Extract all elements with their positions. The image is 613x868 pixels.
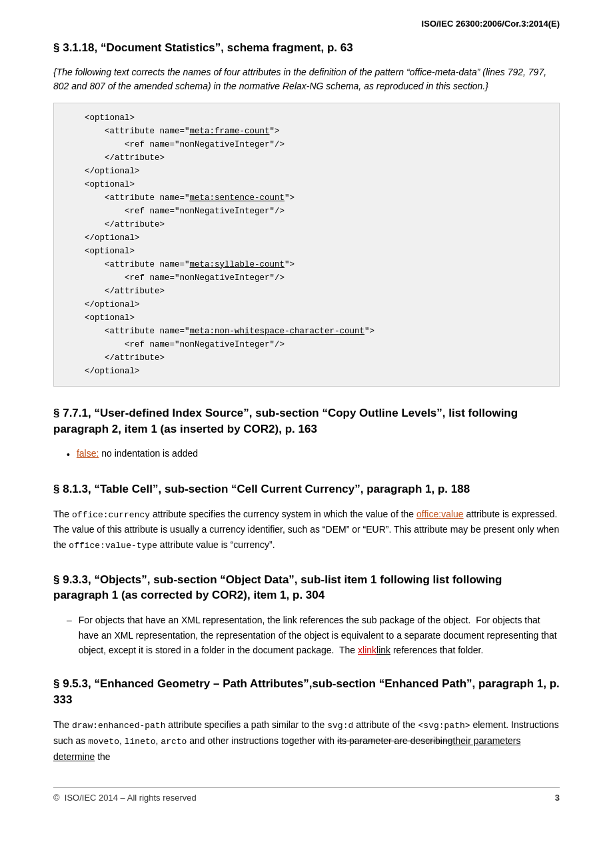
953-mid1: attribute specifies a path similar to th… (165, 719, 327, 730)
section-771-heading: § 7.7.1, “User-defined Index Source”, su… (53, 405, 560, 437)
953-sep1: , (119, 735, 125, 746)
svg-path-code: <svg:path> (418, 721, 470, 731)
footer-page-number: 3 (555, 793, 560, 803)
link-link[interactable]: link (376, 645, 390, 655)
meta-sentence-count-link[interactable]: meta:sentence-count (190, 193, 285, 203)
strikethrough-text: its parameter are describing (337, 735, 453, 746)
bullet-continuation: no indentation is added (99, 448, 198, 459)
section-933-heading: § 9.3.3, “Objects”, sub-section “Object … (53, 572, 560, 604)
section-3118-heading: § 3.1.18, “Document Statistics”, schema … (53, 40, 560, 56)
draw-enhanced-path-code: draw:enhanced-path (72, 721, 165, 731)
dash-end: references that folder. (390, 645, 483, 655)
section-813-para: The office:currency attribute specifies … (53, 507, 560, 553)
page: ISO/IEC 26300:2006/Cor.3:2014(E) § 3.1.1… (0, 0, 613, 823)
section-3118: § 3.1.18, “Document Statistics”, schema … (53, 40, 560, 387)
953-end: the (95, 751, 110, 762)
header-label: ISO/IEC 26300:2006/Cor.3:2014(E) (422, 19, 560, 29)
dash-item-1: – For objects that have an XML represent… (67, 613, 560, 657)
section-953-para: The draw:enhanced-path attribute specifi… (53, 717, 560, 764)
page-footer: © ISO/IEC 2014 – All rights reserved 3 (53, 787, 560, 803)
para-end: attribute value is “currency”. (157, 539, 275, 550)
dash-pre: For objects that have an XML representat… (79, 615, 557, 655)
meta-syllable-count-link[interactable]: meta:syllable-count (190, 260, 285, 269)
953-mid4: and other instructions together with (187, 735, 337, 746)
section-953: § 9.5.3, “Enhanced Geometry – Path Attri… (53, 676, 560, 764)
bullet-item-text: false: no indentation is added (77, 446, 198, 461)
dash-item-text: For objects that have an XML representat… (79, 613, 560, 657)
meta-frame-count-link[interactable]: meta:frame-count (190, 127, 270, 136)
section-933: § 9.3.3, “Objects”, sub-section “Object … (53, 572, 560, 658)
para-pre1: The (53, 509, 72, 519)
section-813-heading: § 8.1.3, “Table Cell”, sub-section “Cell… (53, 481, 560, 497)
953-mid2: attribute of the (353, 719, 418, 730)
dash-char: – (67, 613, 72, 627)
xlink-link[interactable]: xlink (358, 645, 376, 655)
bullet-item-1: • false: no indentation is added (67, 446, 560, 462)
meta-non-whitespace-link[interactable]: meta:non-whitespace-character-count (190, 327, 365, 336)
footer-copyright: © ISO/IEC 2014 – All rights reserved (53, 793, 197, 803)
arcto-code: arcto (161, 737, 187, 747)
section-953-heading: § 9.5.3, “Enhanced Geometry – Path Attri… (53, 676, 560, 708)
lineto-code: lineto (125, 737, 156, 747)
document-header: ISO/IEC 26300:2006/Cor.3:2014(E) (422, 19, 560, 29)
svg-d-code: svg:d (327, 721, 353, 731)
section-3118-italic: {The following text corrects the names o… (53, 65, 560, 93)
office-currency-code: office:currency (72, 510, 150, 520)
false-link[interactable]: false: (77, 448, 99, 459)
office-value-type-code: office:value-type (69, 541, 157, 551)
moveto-code: moveto (88, 737, 119, 747)
office-value-link[interactable]: office:value (416, 509, 464, 519)
section-933-dash-list: – For objects that have an XML represent… (67, 613, 560, 657)
bullet-dot: • (67, 447, 70, 462)
953-pre1: The (53, 719, 72, 730)
section-3118-code: <optional> <attribute name="meta:frame-c… (53, 103, 560, 387)
section-771-bullet-list: • false: no indentation is added (67, 446, 560, 462)
para-mid1: attribute specifies the currency system … (150, 509, 416, 519)
section-771: § 7.7.1, “User-defined Index Source”, su… (53, 405, 560, 463)
section-813: § 8.1.3, “Table Cell”, sub-section “Cell… (53, 481, 560, 553)
